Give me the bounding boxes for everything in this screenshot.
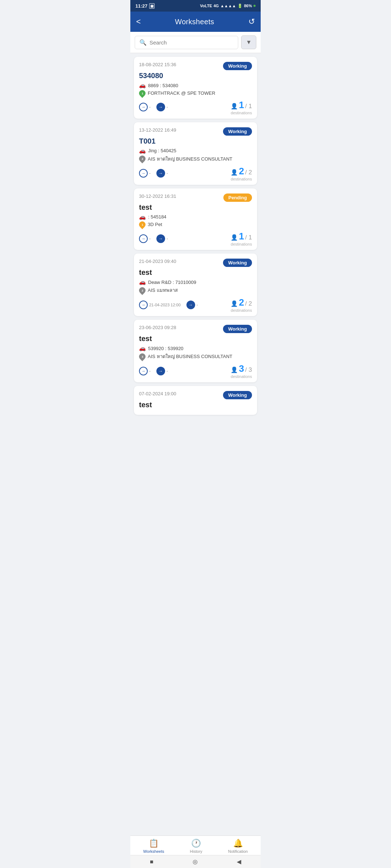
dest-total: / 2 bbox=[245, 169, 252, 176]
destinations-info: 👤 2 / 2 destinations bbox=[231, 166, 252, 181]
end-info: → - bbox=[186, 301, 198, 309]
end-arrow-icon: → bbox=[186, 301, 195, 309]
start-info: → - bbox=[139, 103, 151, 111]
vehicle-icon: 🚗 bbox=[139, 82, 146, 89]
status-time: 11:27 ▣ bbox=[135, 3, 155, 9]
vehicle-info: : 545184 bbox=[148, 214, 167, 220]
dest-label: destinations bbox=[231, 111, 252, 115]
location-text: AIS หาดใหญ่ BUSINESS CONSULTANT bbox=[148, 155, 232, 163]
dest-number: 2 bbox=[239, 297, 244, 308]
destinations-info: 👤 2 / 2 destinations bbox=[231, 297, 252, 312]
destinations-info: 👤 1 / 1 destinations bbox=[231, 231, 252, 246]
app-header: < Worksheets ↺ bbox=[130, 12, 261, 32]
destinations-info: 👤 1 / 1 destinations bbox=[231, 99, 252, 115]
worksheet-card-5[interactable]: 23-06-2023 09:28 Working test 🚗 539920 :… bbox=[134, 320, 257, 382]
vehicle-info: 8869 : 534080 bbox=[148, 83, 178, 88]
card-id: T001 bbox=[139, 137, 252, 145]
dest-number: 1 bbox=[239, 231, 244, 242]
destinations-info: 👤 3 / 3 destinations bbox=[231, 363, 252, 379]
person-icon: 👤 bbox=[231, 300, 238, 307]
status-icons: VoLTE 4G ▲▲▲▲ 🔋 86% bbox=[200, 4, 256, 8]
end-info: → - bbox=[156, 169, 168, 178]
worksheet-card-2[interactable]: 13-12-2022 16:49 Working T001 🚗 Jing : 5… bbox=[134, 122, 257, 185]
person-icon: 👤 bbox=[231, 169, 238, 176]
person-icon: 👤 bbox=[231, 366, 238, 373]
start-info: → - bbox=[139, 234, 151, 243]
card-id: test bbox=[139, 203, 252, 212]
end-arrow-icon: → bbox=[156, 169, 165, 178]
status-badge: Working bbox=[223, 391, 252, 399]
end-arrow-icon: → bbox=[156, 103, 165, 111]
dest-number: 3 bbox=[239, 363, 244, 374]
status-badge: Working bbox=[223, 325, 252, 333]
dest-label: destinations bbox=[231, 374, 252, 379]
end-info: → - bbox=[156, 103, 168, 111]
start-arrow-icon: → bbox=[139, 169, 148, 178]
card-list: 18-08-2022 15:36 Working 534080 🚗 8869 :… bbox=[130, 53, 261, 444]
worksheet-card-4[interactable]: 21-04-2023 09:40 Working test 🚗 Deaw R&D… bbox=[134, 254, 257, 316]
pin-icon-1: 1 bbox=[139, 90, 146, 97]
pin-icon-3: 1 bbox=[139, 221, 146, 228]
back-button[interactable]: < bbox=[136, 17, 141, 26]
filter-button[interactable]: ▼ bbox=[241, 35, 256, 49]
worksheet-card-1[interactable]: 18-08-2022 15:36 Working 534080 🚗 8869 :… bbox=[134, 57, 257, 119]
card-id: test bbox=[139, 401, 252, 409]
start-info: → - bbox=[139, 169, 151, 178]
card-date: 30-12-2022 16:31 bbox=[139, 193, 176, 199]
dest-label: destinations bbox=[231, 177, 252, 181]
vehicle-icon: 🚗 bbox=[139, 279, 146, 285]
end-info: → - bbox=[156, 367, 168, 375]
dest-total: / 1 bbox=[245, 103, 252, 110]
status-badge: Working bbox=[223, 259, 252, 267]
search-wrapper[interactable]: 🔍 bbox=[135, 36, 238, 49]
worksheet-card-3[interactable]: 30-12-2022 16:31 Pending test 🚗 : 545184… bbox=[134, 188, 257, 250]
person-icon: 👤 bbox=[231, 234, 238, 241]
dest-total: / 3 bbox=[245, 366, 252, 374]
pin-icon-5: 3 bbox=[139, 353, 146, 360]
card-date: 13-12-2022 16:49 bbox=[139, 127, 176, 133]
location-text: AIS หาดใหญ่ BUSINESS CONSULTANT bbox=[148, 353, 232, 360]
status-badge: Working bbox=[223, 127, 252, 136]
search-icon: 🔍 bbox=[139, 39, 147, 46]
card-id: test bbox=[139, 268, 252, 277]
dest-label: destinations bbox=[231, 308, 252, 312]
dest-total: / 1 bbox=[245, 234, 252, 241]
end-arrow-icon: → bbox=[156, 234, 165, 243]
end-arrow-icon: → bbox=[156, 367, 165, 375]
card-date: 18-08-2022 15:36 bbox=[139, 62, 176, 67]
page-title: Worksheets bbox=[175, 18, 214, 26]
filter-icon: ▼ bbox=[246, 39, 252, 46]
start-arrow-icon: → bbox=[139, 234, 148, 243]
card-date: 21-04-2023 09:40 bbox=[139, 259, 176, 264]
card-date: 23-06-2023 09:28 bbox=[139, 325, 176, 330]
dest-number: 2 bbox=[239, 166, 244, 177]
pin-icon-4: 2 bbox=[139, 287, 146, 294]
location-text: 3D Pet bbox=[148, 222, 162, 227]
start-arrow-icon: → bbox=[139, 103, 148, 111]
end-info: → - bbox=[156, 234, 168, 243]
card-id: 534080 bbox=[139, 72, 252, 80]
start-info: → 21-04-2023 12:00 bbox=[139, 301, 181, 309]
worksheet-card-6[interactable]: 07-02-2024 19:00 Working test bbox=[134, 386, 257, 415]
location-text: FORTHTRACK @ SPE TOWER bbox=[148, 90, 215, 96]
card-id: test bbox=[139, 335, 252, 343]
start-arrow-icon: → bbox=[139, 301, 148, 309]
start-info: → - bbox=[139, 367, 151, 375]
pin-icon-2: 2 bbox=[139, 156, 146, 162]
person-icon: 👤 bbox=[231, 103, 238, 110]
vehicle-info: Deaw R&D : 71010009 bbox=[148, 280, 196, 285]
card-date: 07-02-2024 19:00 bbox=[139, 391, 176, 396]
start-arrow-icon: → bbox=[139, 367, 148, 375]
search-container: 🔍 ▼ bbox=[130, 32, 261, 53]
status-badge: Pending bbox=[223, 193, 252, 202]
vehicle-icon: 🚗 bbox=[139, 345, 146, 352]
vehicle-info: Jing : 540425 bbox=[148, 148, 176, 153]
status-badge: Working bbox=[223, 62, 252, 70]
search-input[interactable] bbox=[150, 39, 234, 46]
refresh-button[interactable]: ↺ bbox=[248, 17, 255, 26]
status-bar: 11:27 ▣ VoLTE 4G ▲▲▲▲ 🔋 86% bbox=[130, 0, 261, 12]
vehicle-icon: 🚗 bbox=[139, 148, 146, 154]
location-text: AIS แมทพลาส bbox=[148, 286, 178, 294]
dest-total: / 2 bbox=[245, 300, 252, 307]
dest-number: 1 bbox=[239, 99, 244, 111]
